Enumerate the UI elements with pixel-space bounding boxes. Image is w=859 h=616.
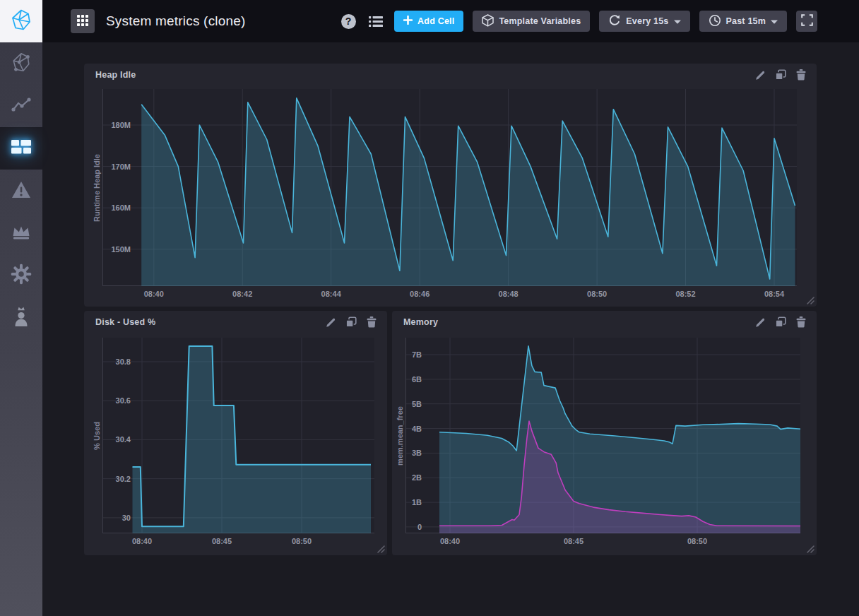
delete-cell-icon[interactable] <box>795 316 807 328</box>
template-variables-button[interactable]: Template Variables <box>473 11 590 32</box>
x-tick-label: 08:50 <box>280 537 323 545</box>
x-tick-label: 08:45 <box>201 537 243 545</box>
chevron-down-icon <box>674 16 681 26</box>
crown-icon <box>11 225 31 242</box>
sidebar-item-alerts[interactable] <box>0 170 42 212</box>
panel-disk-used: Disk - Used % 08:4 <box>84 311 387 555</box>
y-tick-label: 30.4 <box>97 435 131 444</box>
panel-title: Heap Idle <box>95 70 136 80</box>
sidebar-item-data-explorer[interactable] <box>0 85 42 127</box>
y-axis-title: mem.mean_free <box>396 406 404 466</box>
chart-plot <box>102 338 374 533</box>
duplicate-cell-icon[interactable] <box>345 316 357 328</box>
gear-icon <box>11 263 32 288</box>
dashboard-index-button[interactable] <box>71 9 95 33</box>
y-tick-label: 4B <box>388 425 422 434</box>
y-tick-label: 7B <box>388 350 422 360</box>
panel-title: Disk - Used % <box>95 317 155 327</box>
y-tick-label: 30.8 <box>97 357 131 367</box>
y-tick-label: 30 <box>97 514 131 523</box>
time-range-dropdown[interactable]: Past 15m <box>699 11 788 32</box>
duplicate-cell-icon[interactable] <box>774 316 787 328</box>
sidebar-item-admin[interactable] <box>0 212 42 254</box>
x-tick-label: 08:40 <box>121 537 163 545</box>
add-cell-button[interactable]: Add Cell <box>394 11 463 32</box>
duplicate-cell-icon[interactable] <box>774 69 787 81</box>
list-icon[interactable] <box>367 13 385 30</box>
x-tick-label: 08:45 <box>552 537 595 545</box>
chart-plot <box>102 89 797 286</box>
edit-cell-icon[interactable] <box>324 316 337 328</box>
y-tick-label: 150M <box>97 245 131 254</box>
memory-chart[interactable]: 08:4008:4508:5001B2B3B4B5B6B7Bmem.mean_f… <box>392 311 817 555</box>
alert-triangle-icon <box>11 180 32 202</box>
autorefresh-dropdown[interactable]: Every 15s <box>599 11 689 32</box>
panel-resize-handle[interactable] <box>804 543 815 554</box>
y-tick-label: 0 <box>388 523 422 532</box>
clock-icon <box>709 14 721 29</box>
page-title: System metrics (clone) <box>106 13 246 29</box>
page-header: System metrics (clone) ? Add Cell <box>42 0 859 42</box>
user-crown-icon <box>12 306 30 330</box>
x-tick-label: 08:50 <box>676 537 718 545</box>
y-tick-label: 6B <box>388 375 422 384</box>
x-tick-label: 08:42 <box>221 290 263 298</box>
x-tick-label: 08:46 <box>398 290 441 298</box>
dashboards-icon <box>11 139 32 158</box>
chevron-down-icon <box>771 16 778 26</box>
panel-heap-idle: Heap Idle 08:4008: <box>84 64 817 307</box>
help-icon[interactable]: ? <box>339 13 357 30</box>
y-tick-label: 180M <box>97 121 131 130</box>
y-tick-label: 5B <box>388 400 422 409</box>
x-tick-label: 08:48 <box>487 290 530 298</box>
app: System metrics (clone) ? Add Cell <box>0 0 859 616</box>
sidebar-item-user[interactable] <box>0 297 42 339</box>
cube-icon <box>482 14 494 29</box>
delete-cell-icon[interactable] <box>365 316 378 328</box>
panel-memory: Memory 08:4008:450 <box>392 311 817 555</box>
sidebar-item-dashboards[interactable] <box>0 127 42 170</box>
x-tick-label: 08:40 <box>133 290 175 298</box>
fullscreen-button[interactable] <box>796 11 817 32</box>
sidebar-logo[interactable] <box>0 0 42 42</box>
y-tick-label: 30.6 <box>97 396 131 405</box>
edit-cell-icon[interactable] <box>754 69 766 81</box>
y-axis-title: Runtime Heap Idle <box>93 154 101 222</box>
sidebar <box>0 0 42 616</box>
y-tick-label: 170M <box>97 162 131 172</box>
chart-plot <box>405 338 800 533</box>
y-tick-label: 160M <box>97 203 131 213</box>
plus-icon <box>403 16 413 27</box>
y-axis-title: % Used <box>93 422 101 450</box>
y-tick-label: 3B <box>388 449 422 458</box>
delete-cell-icon[interactable] <box>795 69 807 81</box>
panel-resize-handle[interactable] <box>804 294 815 305</box>
expand-icon <box>801 14 813 28</box>
y-tick-label: 1B <box>388 498 422 507</box>
hosts-icon <box>11 52 32 76</box>
disk-used-chart[interactable]: 08:4008:4508:503030.230.430.630.8% Used <box>84 311 387 555</box>
panel-title: Memory <box>403 317 438 327</box>
x-tick-label: 08:52 <box>665 290 707 298</box>
y-tick-label: 2B <box>388 473 422 482</box>
data-explorer-icon <box>11 97 31 115</box>
sidebar-item-hosts[interactable] <box>0 42 42 85</box>
sidebar-item-settings[interactable] <box>0 254 42 297</box>
x-tick-label: 08:50 <box>576 290 618 298</box>
x-tick-label: 08:44 <box>310 290 353 298</box>
edit-cell-icon[interactable] <box>754 316 766 328</box>
heap-idle-chart[interactable]: 08:4008:4208:4408:4608:4808:5008:5208:54… <box>84 64 817 307</box>
x-tick-label: 08:40 <box>429 537 471 545</box>
y-tick-label: 30.2 <box>97 475 131 484</box>
panel-resize-handle[interactable] <box>374 543 386 554</box>
grid-icon <box>77 15 88 28</box>
cubo-logo-icon <box>10 8 32 34</box>
x-tick-label: 08:54 <box>753 290 795 298</box>
refresh-icon <box>608 14 621 29</box>
